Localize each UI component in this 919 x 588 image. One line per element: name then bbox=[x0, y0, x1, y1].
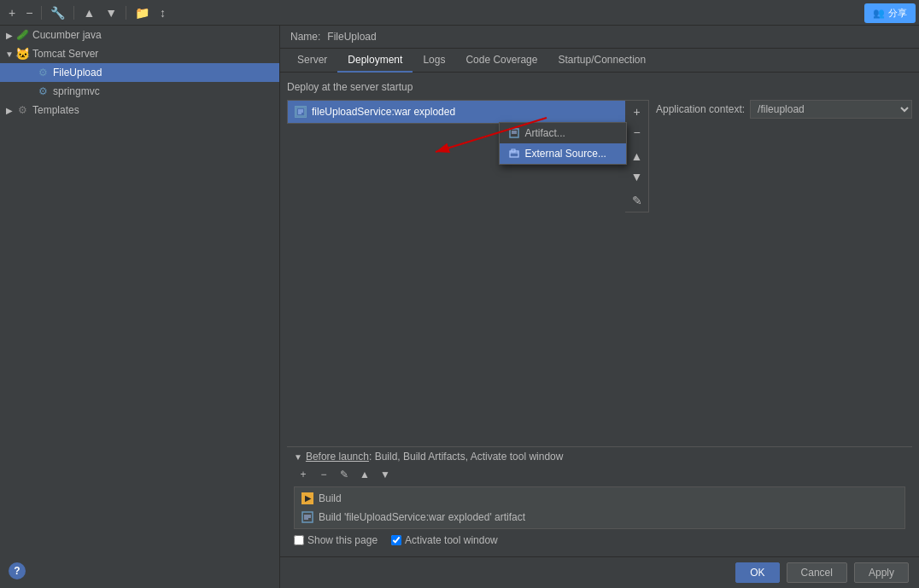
app-context-label: Application context: bbox=[656, 103, 745, 115]
bl-edit-button[interactable]: ✎ bbox=[335, 466, 354, 483]
sidebar-item-label-templates: Templates bbox=[32, 104, 79, 116]
bl-up-button[interactable]: ▲ bbox=[355, 466, 374, 483]
before-launch-label: Before launch bbox=[306, 451, 369, 463]
deploy-list-container: fileUploadService:war exploded bbox=[287, 100, 625, 124]
bl-item-build-artifact[interactable]: Build 'fileUploadService:war exploded' a… bbox=[296, 508, 903, 527]
collapse-arrow[interactable]: ▼ bbox=[294, 452, 302, 462]
activate-tool-checkbox[interactable] bbox=[391, 535, 401, 545]
deployment-tab-content: Deploy at the server startup bbox=[280, 73, 919, 556]
before-launch-title: Before launch: Build, Build Artifacts, A… bbox=[306, 451, 564, 463]
before-launch-section: ▼ Before launch: Build, Build Artifacts,… bbox=[287, 446, 912, 550]
external-source-label: External Source... bbox=[525, 148, 606, 160]
expand-arrow-tomcat: ▼ bbox=[3, 49, 15, 59]
build-icon: ▶ bbox=[301, 492, 313, 504]
apply-button[interactable]: Apply bbox=[854, 562, 909, 583]
bl-build-artifact-label: Build 'fileUploadService:war exploded' a… bbox=[319, 511, 525, 523]
deploy-side-buttons: + Artifa bbox=[625, 100, 649, 212]
options-row: Show this page Activate tool window bbox=[294, 534, 905, 546]
before-launch-list: ▶ Build Build 'fileUploadServi bbox=[294, 486, 905, 529]
tab-startup-connection[interactable]: Startup/Connection bbox=[547, 49, 656, 73]
separator-1 bbox=[41, 6, 42, 20]
main-layout: ▶ 🥒 Cucumber java ▼ 🐱 Tomcat Server ⚙ Fi… bbox=[0, 26, 919, 588]
tab-server[interactable]: Server bbox=[287, 49, 337, 73]
tab-code-coverage[interactable]: Code Coverage bbox=[455, 49, 547, 73]
context-menu-artifact[interactable]: Artifact... bbox=[500, 123, 626, 143]
add-button[interactable]: + bbox=[5, 5, 19, 20]
minus-button[interactable]: − bbox=[22, 5, 36, 20]
app-context-select[interactable]: /fileupload bbox=[750, 100, 912, 119]
before-launch-actions: Build, Build Artifacts, Activate tool wi… bbox=[375, 451, 564, 463]
share-label: 分享 bbox=[888, 7, 907, 20]
name-value: FileUpload bbox=[327, 31, 376, 43]
show-page-option[interactable]: Show this page bbox=[294, 534, 378, 546]
deploy-item-label: fileUploadService:war exploded bbox=[312, 106, 455, 118]
cancel-button[interactable]: Cancel bbox=[787, 562, 847, 583]
artifact-menu-icon bbox=[508, 127, 520, 139]
separator-2 bbox=[73, 6, 74, 20]
help-button[interactable]: ? bbox=[9, 562, 26, 579]
name-label: Name: bbox=[290, 31, 320, 43]
templates-icon: ⚙ bbox=[15, 103, 29, 117]
bottom-buttons: OK Cancel Apply bbox=[280, 556, 919, 588]
bl-item-build[interactable]: ▶ Build bbox=[296, 489, 903, 508]
name-row: Name: FileUpload bbox=[280, 26, 919, 49]
sidebar-item-label-tomcat: Tomcat Server bbox=[32, 48, 98, 60]
share-icon: 👥 bbox=[873, 8, 885, 19]
cucumber-icon: 🥒 bbox=[15, 28, 29, 42]
sidebar-item-label-fileupload: FileUpload bbox=[53, 67, 102, 79]
before-launch-toolbar: + − ✎ ▲ ▼ bbox=[294, 466, 905, 483]
tomcat-icon: 🐱 bbox=[15, 47, 29, 61]
sidebar-item-tomcat[interactable]: ▼ 🐱 Tomcat Server bbox=[0, 44, 279, 63]
deploy-edit-button[interactable]: ✎ bbox=[628, 191, 647, 210]
sidebar-item-templates[interactable]: ▶ ⚙ Templates bbox=[0, 101, 279, 119]
main-toolbar: + − 🔧 ▲ ▼ 📁 ↕ 👥 分享 bbox=[0, 0, 919, 26]
deploy-add-button[interactable]: + Artifa bbox=[628, 102, 647, 121]
app-context-row: Application context: /fileupload bbox=[656, 100, 912, 119]
bl-down-button[interactable]: ▼ bbox=[376, 466, 395, 483]
fileupload-icon: ⚙ bbox=[36, 66, 50, 79]
sidebar-item-label-cucumber: Cucumber java bbox=[32, 29, 102, 41]
show-page-checkbox[interactable] bbox=[294, 535, 304, 545]
deploy-remove-button[interactable]: − bbox=[628, 123, 647, 142]
bl-build-label: Build bbox=[319, 492, 342, 504]
build-artifact-icon bbox=[301, 511, 313, 523]
context-menu: Artifact... Externa bbox=[499, 122, 627, 165]
folder-button[interactable]: 📁 bbox=[132, 5, 153, 20]
springmvc-icon: ⚙ bbox=[36, 84, 50, 98]
before-launch-header: ▼ Before launch: Build, Build Artifacts,… bbox=[294, 451, 905, 463]
sidebar-item-cucumber[interactable]: ▶ 🥒 Cucumber java bbox=[0, 26, 279, 44]
sidebar-item-springmvc[interactable]: ⚙ springmvc bbox=[0, 82, 279, 101]
bl-add-button[interactable]: + bbox=[294, 466, 313, 483]
deploy-up-button[interactable]: ▲ bbox=[628, 147, 647, 166]
up-button[interactable]: ▲ bbox=[79, 5, 98, 20]
sidebar: ▶ 🥒 Cucumber java ▼ 🐱 Tomcat Server ⚙ Fi… bbox=[0, 26, 280, 588]
bl-remove-button[interactable]: − bbox=[314, 466, 333, 483]
deploy-row-wrapper: fileUploadService:war exploded + bbox=[287, 100, 912, 212]
down-button[interactable]: ▼ bbox=[102, 5, 120, 20]
expand-arrow-cucumber: ▶ bbox=[3, 31, 15, 40]
activate-tool-label: Activate tool window bbox=[405, 534, 498, 546]
tabs-container: Server Deployment Logs Code Coverage Sta… bbox=[280, 49, 919, 73]
external-source-icon bbox=[508, 148, 520, 160]
artifact-menu-label: Artifact... bbox=[525, 127, 565, 139]
right-panel: Name: FileUpload Server Deployment Logs … bbox=[280, 26, 919, 588]
app-context-outer: Application context: /fileupload bbox=[649, 100, 912, 119]
expand-arrow-templates: ▶ bbox=[3, 106, 15, 115]
separator-3 bbox=[126, 6, 126, 20]
share-button[interactable]: 👥 分享 bbox=[864, 3, 916, 23]
sidebar-item-label-springmvc: springmvc bbox=[53, 85, 100, 97]
artifact-svg bbox=[296, 107, 306, 117]
settings-button[interactable]: 🔧 bbox=[47, 5, 68, 20]
deploy-down-button[interactable]: ▼ bbox=[628, 167, 647, 186]
sort-button[interactable]: ↕ bbox=[156, 5, 169, 20]
context-menu-external-source[interactable]: External Source... bbox=[500, 143, 626, 164]
deploy-item-fileupload[interactable]: fileUploadService:war exploded bbox=[288, 101, 625, 123]
sidebar-item-fileupload[interactable]: ⚙ FileUpload bbox=[0, 63, 279, 82]
show-page-label: Show this page bbox=[307, 534, 378, 546]
artifact-icon bbox=[295, 106, 307, 118]
deploy-at-startup-label: Deploy at the server startup bbox=[287, 79, 912, 95]
tab-deployment[interactable]: Deployment bbox=[337, 49, 413, 73]
tab-logs[interactable]: Logs bbox=[413, 49, 455, 73]
ok-button[interactable]: OK bbox=[735, 562, 779, 583]
activate-tool-option[interactable]: Activate tool window bbox=[391, 534, 498, 546]
